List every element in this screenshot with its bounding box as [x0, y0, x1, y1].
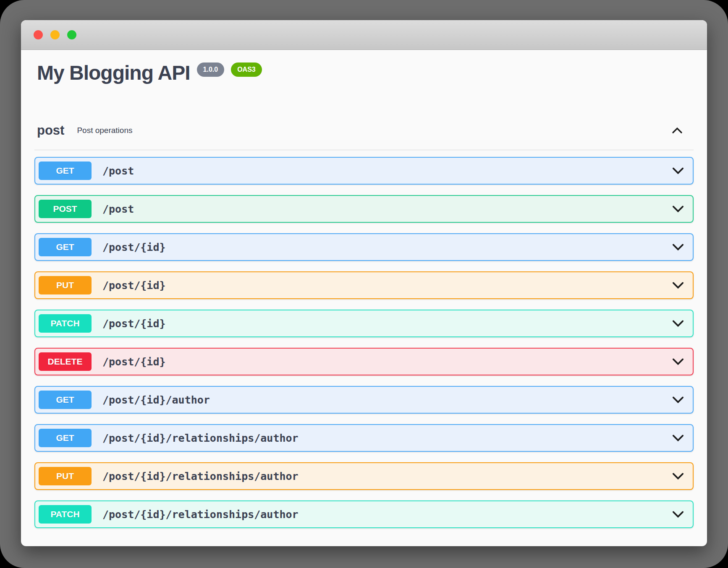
app-window: My Blogging API 1.0.0 OAS3 post Post ope…	[21, 20, 707, 546]
operation-row[interactable]: GET /post/{id}/relationships/author	[34, 424, 694, 452]
minimize-window-button[interactable]	[50, 30, 60, 39]
swagger-content: My Blogging API 1.0.0 OAS3 post Post ope…	[21, 61, 707, 546]
method-badge: GET	[39, 162, 92, 180]
endpoint-path: /post/{id}	[102, 241, 670, 253]
window-shadow-frame: My Blogging API 1.0.0 OAS3 post Post ope…	[0, 0, 728, 568]
version-badge: 1.0.0	[197, 63, 225, 77]
method-badge: POST	[39, 200, 92, 218]
api-header: My Blogging API 1.0.0 OAS3	[34, 61, 694, 85]
tag-section-header[interactable]: post Post operations	[34, 111, 694, 150]
endpoint-path: /post/{id}	[102, 318, 670, 330]
operation-row[interactable]: POST /post	[34, 195, 694, 223]
chevron-up-icon[interactable]	[670, 124, 684, 137]
operation-row[interactable]: PUT /post/{id}/relationships/author	[34, 462, 694, 490]
method-badge: PATCH	[39, 314, 92, 333]
chevron-down-icon[interactable]	[670, 393, 686, 406]
operation-row[interactable]: PATCH /post/{id}/relationships/author	[34, 500, 694, 528]
oas3-badge: OAS3	[231, 63, 262, 77]
chevron-down-icon[interactable]	[670, 470, 686, 482]
endpoint-path: /post/{id}/relationships/author	[102, 432, 670, 444]
window-titlebar	[21, 20, 707, 50]
operation-row[interactable]: PUT /post/{id}	[34, 271, 694, 299]
method-badge: PUT	[39, 467, 92, 485]
chevron-down-icon[interactable]	[670, 203, 686, 215]
endpoint-path: /post/{id}/relationships/author	[102, 508, 670, 521]
method-badge: GET	[39, 429, 92, 447]
method-badge: DELETE	[39, 352, 92, 371]
chevron-down-icon[interactable]	[670, 241, 686, 253]
endpoint-path: /post	[102, 165, 670, 177]
chevron-down-icon[interactable]	[670, 432, 686, 444]
chevron-down-icon[interactable]	[670, 508, 686, 521]
chevron-down-icon[interactable]	[670, 279, 686, 292]
operation-row[interactable]: GET /post/{id}/author	[34, 386, 694, 414]
operation-row[interactable]: GET /post/{id}	[34, 233, 694, 261]
endpoint-path: /post/{id}/author	[102, 394, 670, 406]
operation-row[interactable]: GET /post	[34, 157, 694, 185]
close-window-button[interactable]	[34, 30, 43, 39]
endpoint-path: /post/{id}	[102, 356, 670, 368]
page-title: My Blogging API	[37, 61, 190, 85]
operations-list: GET /post POST /post GET /post/{id} PUT …	[34, 157, 694, 546]
operation-row[interactable]: DELETE /post/{id}	[34, 348, 694, 375]
method-badge: GET	[39, 238, 92, 256]
method-badge: PUT	[39, 276, 92, 294]
zoom-window-button[interactable]	[67, 30, 76, 39]
endpoint-path: /post/{id}	[102, 279, 670, 292]
chevron-down-icon[interactable]	[670, 355, 686, 368]
endpoint-path: /post	[102, 203, 670, 215]
tag-name: post	[37, 123, 64, 138]
method-badge: GET	[39, 391, 92, 409]
method-badge: PATCH	[39, 505, 92, 524]
tag-description: Post operations	[77, 126, 132, 135]
chevron-down-icon[interactable]	[670, 164, 686, 177]
chevron-down-icon[interactable]	[670, 317, 686, 330]
endpoint-path: /post/{id}/relationships/author	[102, 470, 670, 482]
operation-row[interactable]: PATCH /post/{id}	[34, 310, 694, 337]
